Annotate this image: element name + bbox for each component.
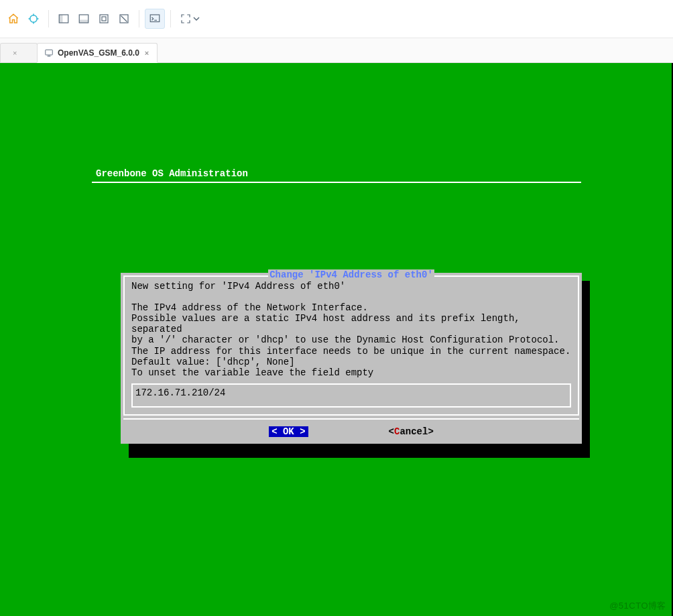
close-icon[interactable]: × bbox=[11, 49, 18, 57]
dialog-body: New setting for 'IPv4 Address of eth0' T… bbox=[131, 281, 571, 378]
vm-icon bbox=[44, 48, 54, 58]
close-icon[interactable]: × bbox=[143, 49, 150, 57]
home-icon[interactable] bbox=[4, 9, 23, 28]
admin-title: Greenbone OS Administration bbox=[92, 167, 581, 180]
tab-strip: × OpenVAS_GSM_6.0.0 × bbox=[0, 38, 673, 63]
svg-rect-6 bbox=[102, 17, 106, 21]
disconnect-icon[interactable] bbox=[115, 9, 133, 28]
ipv4-dialog: Change 'IPv4 Address of eth0' New settin… bbox=[121, 273, 582, 444]
pane-bottom-icon[interactable] bbox=[74, 9, 93, 28]
svg-rect-12 bbox=[48, 56, 51, 56]
tab-openvas[interactable]: OpenVAS_GSM_6.0.0 × bbox=[37, 43, 158, 62]
dialog-caption: Change 'IPv4 Address of eth0' bbox=[125, 269, 578, 280]
dialog-button-row: OK <Cancel> bbox=[121, 422, 582, 444]
app-toolbar bbox=[0, 0, 673, 38]
tab-blank[interactable]: × bbox=[0, 43, 38, 62]
pin-icon[interactable] bbox=[24, 9, 43, 28]
vm-console-area: Greenbone OS Administration Change 'IPv4… bbox=[0, 63, 673, 616]
fit-screen-icon[interactable] bbox=[95, 9, 113, 28]
svg-point-0 bbox=[30, 15, 38, 23]
svg-rect-4 bbox=[79, 20, 88, 23]
pane-left-icon[interactable] bbox=[54, 9, 73, 28]
tab-openvas-label: OpenVAS_GSM_6.0.0 bbox=[58, 48, 139, 58]
fullscreen-icon[interactable] bbox=[176, 9, 203, 28]
svg-rect-2 bbox=[59, 15, 62, 23]
svg-line-8 bbox=[121, 16, 127, 22]
svg-rect-11 bbox=[46, 50, 53, 55]
admin-header: Greenbone OS Administration bbox=[92, 167, 581, 183]
console-icon[interactable] bbox=[145, 9, 165, 29]
ipv4-input[interactable]: 172.16.71.210/24 bbox=[131, 383, 571, 408]
svg-rect-5 bbox=[100, 15, 108, 23]
svg-rect-9 bbox=[150, 15, 160, 22]
cancel-button[interactable]: <Cancel> bbox=[389, 426, 434, 437]
console-background: Greenbone OS Administration Change 'IPv4… bbox=[0, 63, 673, 616]
cancel-rest: ancel bbox=[400, 426, 428, 437]
ok-button[interactable]: OK bbox=[269, 426, 308, 437]
